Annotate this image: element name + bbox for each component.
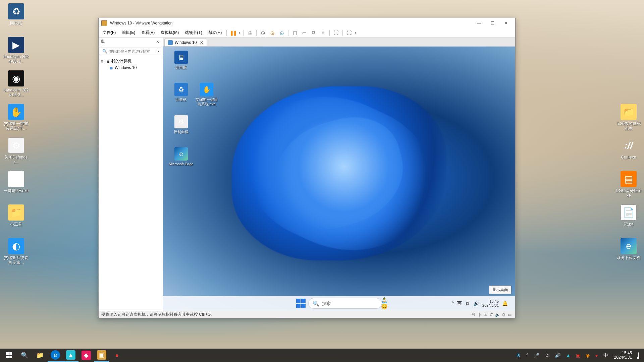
- menu-view[interactable]: 查看(V): [139, 28, 157, 37]
- this-pc-icon: 🖥: [174, 51, 188, 64]
- guest-icon-ms-edge[interactable]: eMicrosoft Edge: [168, 147, 194, 166]
- device-display-icon[interactable]: ▭: [506, 312, 513, 317]
- view-stretch-button[interactable]: ⧉: [309, 29, 318, 37]
- multimonitor-dropdown[interactable]: ▾: [354, 31, 357, 35]
- device-cd-icon[interactable]: ◎: [476, 312, 482, 317]
- taskbar-todesk[interactable]: ▲: [63, 349, 78, 362]
- sidebar-search-input[interactable]: [109, 49, 156, 53]
- device-printer-icon[interactable]: ⎙: [500, 312, 506, 317]
- desktop-icon-ji-txt[interactable]: 📄记.txt: [616, 204, 641, 227]
- desktop-icon-yijian-pe[interactable]: ▣一键进PE.exe: [3, 171, 29, 193]
- airuisi-sys-icon: ◐: [8, 238, 24, 254]
- guest-notifications-button[interactable]: 🔔: [502, 301, 508, 306]
- taskbar-start[interactable]: [1, 349, 17, 362]
- close-defender-icon: ⚙: [8, 137, 24, 154]
- desktop-icon-airuisi-reinstall[interactable]: ✋艾瑞斯一键重装系统(下...: [3, 104, 29, 131]
- icon-label: 艾瑞斯系统装机专家...: [3, 255, 29, 265]
- send-ctrl-alt-del-button[interactable]: ⎙: [246, 29, 254, 37]
- menu-edit[interactable]: 编辑(E): [119, 28, 138, 37]
- menu-help[interactable]: 帮助(H): [206, 28, 225, 37]
- guest-ime-indicator[interactable]: 英: [457, 300, 462, 306]
- tray-volume-icon[interactable]: 🔊: [553, 351, 562, 359]
- icon-label: 艾瑞斯一键重装系统(下...: [3, 121, 29, 131]
- power-dropdown[interactable]: ▾: [238, 31, 241, 35]
- guest-clock[interactable]: 15:45 2024/5/31: [482, 299, 499, 307]
- device-network-icon[interactable]: 🖧: [482, 312, 488, 317]
- tray-overflow-button[interactable]: ^: [451, 301, 454, 306]
- menu-tabs[interactable]: 选项卡(T): [182, 28, 205, 37]
- taskbar-vmware[interactable]: ▣: [94, 349, 109, 362]
- tab-close-button[interactable]: ✕: [199, 40, 203, 45]
- guest-icon-control-panel[interactable]: ⚙控制面板: [168, 115, 194, 134]
- tree-item-windows10[interactable]: ▣ Windows 10: [99, 65, 162, 71]
- tray-mic-icon[interactable]: 🎤: [532, 351, 541, 359]
- guest-network-icon[interactable]: 🖥: [465, 301, 470, 306]
- device-harddisk-icon[interactable]: ⛁: [470, 312, 476, 317]
- library-tree: ⊟ 🖥 我的计算机 ▣ Windows 10: [99, 56, 163, 72]
- close-button[interactable]: ✕: [499, 18, 513, 28]
- desktop-icon-xiaogongju[interactable]: 📁小工具: [3, 204, 29, 227]
- taskbar-edge[interactable]: e: [48, 349, 63, 362]
- desktop-icon-sys-download[interactable]: e系统下载文档: [616, 238, 641, 260]
- device-sound-icon[interactable]: 🔈: [494, 312, 500, 317]
- taskbar-file-explorer[interactable]: 📁: [32, 349, 48, 362]
- computer-icon: 🖥: [105, 59, 110, 64]
- sidebar-close-button[interactable]: ✕: [155, 40, 161, 44]
- guest-volume-icon[interactable]: 🔊: [473, 301, 479, 306]
- tree-root-my-computer[interactable]: ⊟ 🖥 我的计算机: [99, 58, 162, 65]
- taskbar-search[interactable]: 🔍: [17, 349, 32, 362]
- guest-taskbar: 🔍 🏝️😊 ^ 英 🖥 🔊 15:45 2024/5/31: [163, 296, 515, 311]
- desktop-icon-dg-disk[interactable]: ▤DG磁盘分区.exe: [616, 171, 641, 198]
- host-ime-indicator[interactable]: 中: [602, 351, 609, 360]
- tray-overflow-button[interactable]: ^: [525, 351, 530, 359]
- xiaogongju-icon: 📁: [8, 204, 24, 221]
- taskbar-app-red[interactable]: ◆: [78, 349, 94, 362]
- desktop-icon-bandicam-1[interactable]: ▶bandicam 2024-05-3...: [3, 37, 29, 64]
- menu-file[interactable]: 文件(F): [100, 28, 118, 37]
- device-usb-icon[interactable]: ⇵: [488, 312, 494, 317]
- sidebar-search[interactable]: 🔍 ▾: [100, 48, 161, 55]
- snapshot-take-button[interactable]: ◷: [259, 29, 267, 37]
- minimize-button[interactable]: —: [472, 18, 486, 28]
- tray-record-icon[interactable]: ●: [594, 351, 599, 359]
- search-dropdown[interactable]: ▾: [156, 50, 161, 53]
- snapshot-revert-button[interactable]: ◶: [268, 29, 277, 37]
- guest-search-input[interactable]: [322, 301, 378, 306]
- view-unity-button[interactable]: ⧈: [319, 29, 327, 37]
- desktop-icon-airuisi-sys[interactable]: ◐艾瑞斯系统装机专家...: [3, 238, 29, 265]
- tray-vmware-icon[interactable]: ▣: [575, 351, 582, 359]
- desktop-icon-close-defender[interactable]: ⚙关闭Defender...: [3, 137, 29, 165]
- tree-toggle-icon[interactable]: ⊟: [101, 60, 104, 63]
- window-titlebar[interactable]: Windows 10 - VMware Workstation — ☐ ✕: [99, 18, 515, 28]
- desktop-icon-folder-520[interactable]: 📁5.20傲游世纪互联: [616, 104, 641, 131]
- yijian-pe-icon: ▣: [8, 171, 24, 187]
- taskbar-record[interactable]: ●: [109, 349, 125, 362]
- menu-vm[interactable]: 虚拟机(M): [158, 28, 181, 37]
- desktop-icon-recycle-bin[interactable]: ♻回收站: [3, 3, 29, 25]
- guest-icon-this-pc[interactable]: 🖥此电脑: [168, 51, 194, 70]
- desktop-icon-curl-exe[interactable]: ://Curl.exe: [616, 137, 641, 160]
- ji-txt-icon: 📄: [621, 204, 637, 221]
- guest-search-box[interactable]: 🔍 🏝️😊: [308, 298, 382, 309]
- icon-label: bandicam 2024-05-3...: [3, 54, 29, 64]
- snapshot-manage-button[interactable]: ◵: [277, 29, 286, 37]
- host-clock[interactable]: 15:45 2024/5/31: [612, 351, 634, 360]
- tab-windows10[interactable]: Windows 10 ✕: [164, 39, 207, 46]
- guest-desktop[interactable]: 🖥此电脑♻回收站✋艾瑞斯一键重装系统.exe⚙控制面板eMicrosoft Ed…: [163, 46, 515, 311]
- guest-icon-recycle-bin[interactable]: ♻回收站: [168, 83, 194, 102]
- tray-security-icon[interactable]: ⛨: [515, 351, 522, 359]
- guest-icon-airuisi-exe[interactable]: ✋艾瑞斯一键重装系统.exe: [194, 83, 219, 106]
- tray-todesk-icon[interactable]: ▲: [565, 351, 572, 359]
- tray-everything-icon[interactable]: ◉: [584, 351, 591, 359]
- maximize-button[interactable]: ☐: [486, 18, 499, 28]
- guest-date: 2024/5/31: [482, 303, 499, 307]
- cycle-multimonitor-button[interactable]: ⛶: [345, 29, 354, 37]
- tray-network-icon[interactable]: 🖥: [543, 351, 551, 359]
- host-notifications-button[interactable]: [637, 351, 640, 359]
- fullscreen-button[interactable]: ⛶: [332, 29, 340, 37]
- desktop-icon-bandicam-2[interactable]: ◉bandicam 2024-05-3...: [3, 70, 29, 98]
- view-thumbnail-button[interactable]: ▭: [300, 29, 309, 37]
- power-pause-button[interactable]: ❚❚: [229, 29, 237, 37]
- view-library-button[interactable]: ◫: [290, 29, 299, 37]
- guest-start-button[interactable]: [296, 299, 306, 308]
